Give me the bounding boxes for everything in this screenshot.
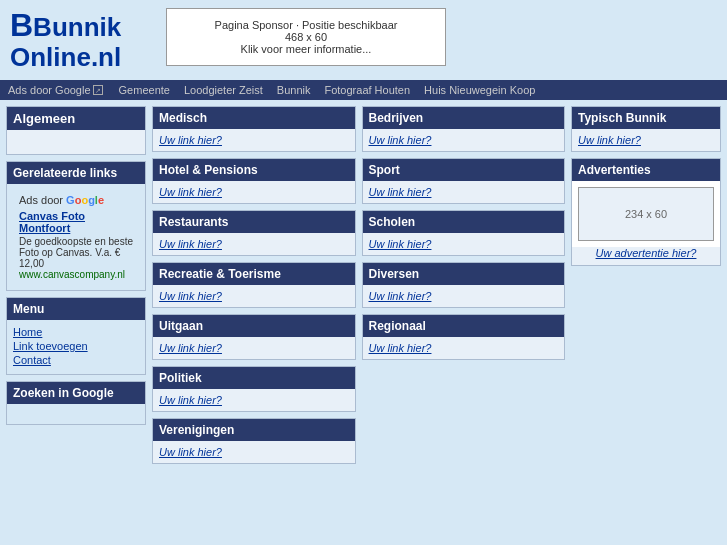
page-header: BBunnik Online.nl Pagina Sponsor · Posit… [0, 0, 727, 80]
ads-label-text: Ads door Google [8, 84, 91, 96]
ads-google-label: Ads door Google ↗ [8, 84, 103, 96]
uitgaan-link[interactable]: Uw link hier? [159, 342, 222, 354]
zoeken-header: Zoeken in Google [7, 382, 145, 404]
site-title: BBunnik Online.nl [10, 8, 130, 72]
row-7: Verenigingen Uw link hier? [152, 418, 565, 464]
verenigingen-header: Verenigingen [153, 419, 355, 441]
nav-bar: Ads door Google ↗ Gemeente Loodgieter Ze… [0, 80, 727, 100]
sidebar: Algemeen Gerelateerde links Ads door Goo… [6, 106, 146, 464]
gerelateerde-section: Gerelateerde links Ads door Google Canva… [6, 161, 146, 291]
verenigingen-link[interactable]: Uw link hier? [159, 446, 222, 458]
google-colored: Google [66, 194, 104, 206]
recreatie-link[interactable]: Uw link hier? [159, 290, 222, 302]
sport-header: Sport [363, 159, 565, 181]
verenigingen-body: Uw link hier? [153, 441, 355, 463]
uitgaan-header: Uitgaan [153, 315, 355, 337]
gerelateerde-body: Ads door Google Canvas Foto Montfoort De… [7, 184, 145, 290]
advertenties-body: 234 x 60 Uw advertentie hier? [572, 187, 720, 265]
zoeken-section: Zoeken in Google [6, 381, 146, 425]
uitgaan-box: Uitgaan Uw link hier? [152, 314, 356, 360]
zoeken-body [7, 404, 145, 424]
restaurants-body: Uw link hier? [153, 233, 355, 255]
politiek-link[interactable]: Uw link hier? [159, 394, 222, 406]
typisch-header: Typisch Bunnik [572, 107, 720, 129]
verenigingen-box: Verenigingen Uw link hier? [152, 418, 356, 464]
row-3: Restaurants Uw link hier? Scholen Uw lin… [152, 210, 565, 256]
advertenties-box: Advertenties 234 x 60 Uw advertentie hie… [571, 158, 721, 266]
politiek-box: Politiek Uw link hier? [152, 366, 356, 412]
sponsor-line2: 468 x 60 [187, 31, 425, 43]
algemeen-body [7, 130, 145, 154]
hotel-box: Hotel & Pensions Uw link hier? [152, 158, 356, 204]
nav-links: Gemeente Loodgieter Zeist Bunnik Fotogra… [119, 84, 536, 96]
algemeen-header: Algemeen [7, 107, 145, 130]
sport-link[interactable]: Uw link hier? [369, 186, 432, 198]
medisch-box: Medisch Uw link hier? [152, 106, 356, 152]
logo-line2: Online.nl [10, 42, 121, 72]
regionaal-header: Regionaal [363, 315, 565, 337]
bedrijven-header: Bedrijven [363, 107, 565, 129]
nav-link-bunnik[interactable]: Bunnik [277, 84, 311, 96]
bedrijven-body: Uw link hier? [363, 129, 565, 151]
algemeen-section: Algemeen [6, 106, 146, 155]
scholen-link[interactable]: Uw link hier? [369, 238, 432, 250]
menu-contact[interactable]: Contact [13, 354, 139, 366]
row-1: Medisch Uw link hier? Bedrijven Uw link … [152, 106, 565, 152]
typisch-box: Typisch Bunnik Uw link hier? [571, 106, 721, 152]
ads-google-sidebar: Ads door Google [19, 194, 133, 206]
regionaal-body: Uw link hier? [363, 337, 565, 359]
bedrijven-box: Bedrijven Uw link hier? [362, 106, 566, 152]
sport-body: Uw link hier? [363, 181, 565, 203]
hotel-link[interactable]: Uw link hier? [159, 186, 222, 198]
politiek-body: Uw link hier? [153, 389, 355, 411]
center-content: Medisch Uw link hier? Bedrijven Uw link … [152, 106, 565, 464]
typisch-link[interactable]: Uw link hier? [578, 134, 641, 146]
canvas-foto-link[interactable]: Canvas Foto Montfoort [19, 210, 133, 234]
gerelateerde-header: Gerelateerde links [7, 162, 145, 184]
nav-link-huis[interactable]: Huis Nieuwegein Koop [424, 84, 535, 96]
row-4: Recreatie & Toerisme Uw link hier? Diver… [152, 262, 565, 308]
scholen-body: Uw link hier? [363, 233, 565, 255]
diversen-body: Uw link hier? [363, 285, 565, 307]
menu-body: Home Link toevoegen Contact [7, 320, 145, 374]
restaurants-header: Restaurants [153, 211, 355, 233]
nav-link-gemeente[interactable]: Gemeente [119, 84, 170, 96]
scholen-box: Scholen Uw link hier? [362, 210, 566, 256]
typisch-body: Uw link hier? [572, 129, 720, 151]
nav-link-fotograaf[interactable]: Fotograaf Houten [324, 84, 410, 96]
restaurants-link[interactable]: Uw link hier? [159, 238, 222, 250]
recreatie-body: Uw link hier? [153, 285, 355, 307]
external-link-icon: ↗ [93, 85, 103, 95]
sponsor-box[interactable]: Pagina Sponsor · Positie beschikbaar 468… [166, 8, 446, 66]
menu-home[interactable]: Home [13, 326, 139, 338]
row-5: Uitgaan Uw link hier? Regionaal Uw link … [152, 314, 565, 360]
medisch-link[interactable]: Uw link hier? [159, 134, 222, 146]
row-2: Hotel & Pensions Uw link hier? Sport Uw … [152, 158, 565, 204]
canvas-description: De goedkoopste en beste Foto op Canvas. … [19, 236, 133, 269]
diversen-box: Diversen Uw link hier? [362, 262, 566, 308]
regionaal-link[interactable]: Uw link hier? [369, 342, 432, 354]
diversen-header: Diversen [363, 263, 565, 285]
advertentie-link[interactable]: Uw advertentie hier? [596, 247, 697, 259]
scholen-header: Scholen [363, 211, 565, 233]
nav-link-loodgieter[interactable]: Loodgieter Zeist [184, 84, 263, 96]
logo: BBunnik Online.nl [10, 8, 130, 72]
bedrijven-link[interactable]: Uw link hier? [369, 134, 432, 146]
canvas-url[interactable]: www.canvascompany.nl [19, 269, 133, 280]
recreatie-box: Recreatie & Toerisme Uw link hier? [152, 262, 356, 308]
ad-placeholder: 234 x 60 [578, 187, 714, 241]
restaurants-box: Restaurants Uw link hier? [152, 210, 356, 256]
medisch-body: Uw link hier? [153, 129, 355, 151]
sidebar-ads: Ads door Google Canvas Foto Montfoort De… [13, 190, 139, 284]
diversen-link[interactable]: Uw link hier? [369, 290, 432, 302]
uitgaan-body: Uw link hier? [153, 337, 355, 359]
canvas-foto-anchor[interactable]: Canvas Foto Montfoort [19, 210, 133, 234]
sponsor-line1: Pagina Sponsor · Positie beschikbaar [187, 19, 425, 31]
menu-section: Menu Home Link toevoegen Contact [6, 297, 146, 375]
sponsor-line3: Klik voor meer informatie... [187, 43, 425, 55]
logo-line1: Bunnik [33, 12, 121, 42]
menu-link-toevoegen[interactable]: Link toevoegen [13, 340, 139, 352]
right-sidebar: Typisch Bunnik Uw link hier? Advertentie… [571, 106, 721, 464]
main-content: Algemeen Gerelateerde links Ads door Goo… [0, 100, 727, 470]
menu-header: Menu [7, 298, 145, 320]
